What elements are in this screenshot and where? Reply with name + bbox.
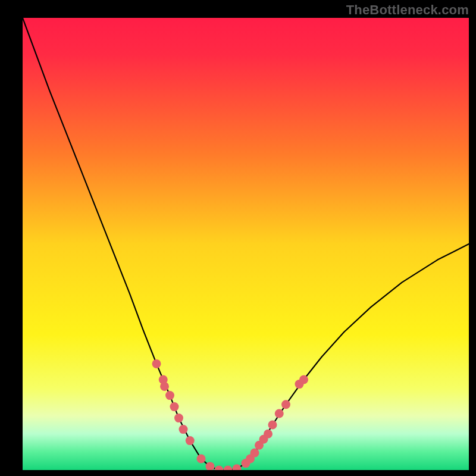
chart-frame: TheBottleneck.com	[0, 0, 476, 476]
marker-point	[264, 430, 273, 439]
marker-point	[160, 382, 169, 391]
marker-point	[186, 436, 195, 445]
plot-area	[23, 18, 469, 470]
gradient-background	[23, 18, 469, 470]
marker-point	[179, 425, 188, 434]
watermark-text: TheBottleneck.com	[346, 2, 469, 18]
marker-point	[197, 455, 206, 464]
bottleneck-chart	[23, 18, 469, 470]
marker-point	[250, 449, 259, 458]
marker-point	[275, 409, 284, 418]
marker-point	[281, 400, 290, 409]
marker-point	[152, 359, 161, 368]
marker-point	[268, 421, 277, 430]
marker-point	[174, 414, 183, 422]
marker-point	[299, 375, 308, 384]
marker-point	[170, 402, 179, 411]
marker-point	[165, 391, 174, 400]
